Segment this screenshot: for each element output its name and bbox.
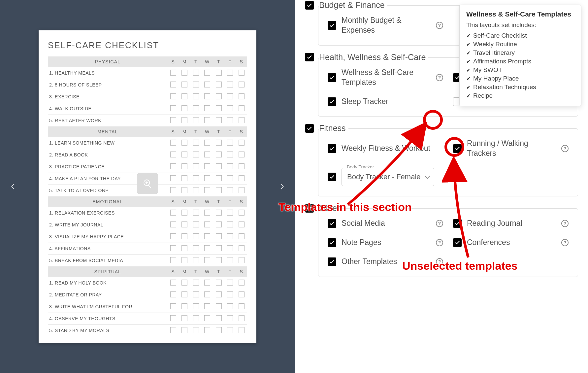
day-checkbox[interactable] bbox=[227, 187, 233, 193]
day-checkbox[interactable] bbox=[170, 210, 176, 216]
day-checkbox[interactable] bbox=[193, 233, 199, 239]
day-checkbox[interactable] bbox=[227, 140, 233, 146]
day-checkbox[interactable] bbox=[193, 82, 199, 87]
day-checkbox[interactable] bbox=[204, 152, 210, 157]
day-checkbox[interactable] bbox=[239, 187, 245, 193]
day-checkbox[interactable] bbox=[239, 280, 245, 286]
day-checkbox[interactable] bbox=[181, 303, 187, 309]
day-checkbox[interactable] bbox=[170, 280, 176, 286]
day-checkbox[interactable] bbox=[181, 245, 187, 251]
day-checkbox[interactable] bbox=[216, 175, 222, 181]
day-checkbox[interactable] bbox=[216, 315, 222, 321]
day-checkbox[interactable] bbox=[239, 105, 245, 111]
day-checkbox[interactable] bbox=[227, 163, 233, 169]
day-checkbox[interactable] bbox=[170, 93, 176, 99]
day-checkbox[interactable] bbox=[204, 187, 210, 193]
day-checkbox[interactable] bbox=[227, 93, 233, 99]
day-checkbox[interactable] bbox=[181, 152, 187, 157]
day-checkbox[interactable] bbox=[227, 117, 233, 123]
day-checkbox[interactable] bbox=[216, 187, 222, 193]
day-checkbox[interactable] bbox=[204, 163, 210, 169]
day-checkbox[interactable] bbox=[216, 70, 222, 76]
day-checkbox[interactable] bbox=[170, 257, 176, 263]
day-checkbox[interactable] bbox=[204, 303, 210, 309]
help-icon[interactable] bbox=[436, 220, 443, 227]
day-checkbox[interactable] bbox=[204, 291, 210, 297]
day-checkbox[interactable] bbox=[227, 315, 233, 321]
day-checkbox[interactable] bbox=[216, 105, 222, 111]
day-checkbox[interactable] bbox=[227, 175, 233, 181]
day-checkbox[interactable] bbox=[204, 327, 210, 333]
day-checkbox[interactable] bbox=[204, 233, 210, 239]
day-checkbox[interactable] bbox=[193, 303, 199, 309]
day-checkbox[interactable] bbox=[193, 221, 199, 227]
day-checkbox[interactable] bbox=[227, 291, 233, 297]
day-checkbox[interactable] bbox=[227, 257, 233, 263]
day-checkbox[interactable] bbox=[239, 175, 245, 181]
help-icon[interactable] bbox=[436, 22, 443, 29]
option-checkbox[interactable] bbox=[328, 238, 336, 247]
day-checkbox[interactable] bbox=[227, 152, 233, 157]
day-checkbox[interactable] bbox=[170, 140, 176, 146]
day-checkbox[interactable] bbox=[204, 105, 210, 111]
day-checkbox[interactable] bbox=[216, 82, 222, 87]
day-checkbox[interactable] bbox=[181, 315, 187, 321]
day-checkbox[interactable] bbox=[170, 152, 176, 157]
day-checkbox[interactable] bbox=[181, 105, 187, 111]
day-checkbox[interactable] bbox=[216, 233, 222, 239]
option-checkbox[interactable] bbox=[328, 257, 336, 266]
day-checkbox[interactable] bbox=[204, 140, 210, 146]
day-checkbox[interactable] bbox=[170, 105, 176, 111]
day-checkbox[interactable] bbox=[193, 291, 199, 297]
day-checkbox[interactable] bbox=[193, 117, 199, 123]
day-checkbox[interactable] bbox=[239, 152, 245, 157]
day-checkbox[interactable] bbox=[239, 117, 245, 123]
day-checkbox[interactable] bbox=[239, 93, 245, 99]
day-checkbox[interactable] bbox=[227, 245, 233, 251]
day-checkbox[interactable] bbox=[216, 210, 222, 216]
day-checkbox[interactable] bbox=[204, 117, 210, 123]
day-checkbox[interactable] bbox=[181, 93, 187, 99]
day-checkbox[interactable] bbox=[239, 210, 245, 216]
day-checkbox[interactable] bbox=[227, 210, 233, 216]
day-checkbox[interactable] bbox=[239, 163, 245, 169]
option-checkbox[interactable] bbox=[453, 219, 462, 228]
day-checkbox[interactable] bbox=[216, 327, 222, 333]
day-checkbox[interactable] bbox=[181, 70, 187, 76]
help-icon[interactable] bbox=[561, 239, 569, 246]
day-checkbox[interactable] bbox=[239, 82, 245, 87]
day-checkbox[interactable] bbox=[181, 117, 187, 123]
day-checkbox[interactable] bbox=[181, 327, 187, 333]
help-icon[interactable] bbox=[561, 145, 569, 152]
day-checkbox[interactable] bbox=[181, 221, 187, 227]
day-checkbox[interactable] bbox=[204, 221, 210, 227]
help-icon[interactable] bbox=[436, 239, 443, 246]
day-checkbox[interactable] bbox=[204, 175, 210, 181]
day-checkbox[interactable] bbox=[239, 291, 245, 297]
day-checkbox[interactable] bbox=[239, 233, 245, 239]
day-checkbox[interactable] bbox=[204, 257, 210, 263]
day-checkbox[interactable] bbox=[239, 245, 245, 251]
day-checkbox[interactable] bbox=[193, 187, 199, 193]
day-checkbox[interactable] bbox=[193, 327, 199, 333]
day-checkbox[interactable] bbox=[204, 82, 210, 87]
day-checkbox[interactable] bbox=[170, 233, 176, 239]
day-checkbox[interactable] bbox=[170, 70, 176, 76]
option-checkbox[interactable] bbox=[328, 73, 336, 82]
day-checkbox[interactable] bbox=[216, 257, 222, 263]
day-checkbox[interactable] bbox=[193, 70, 199, 76]
day-checkbox[interactable] bbox=[216, 280, 222, 286]
group-checkbox[interactable] bbox=[305, 53, 314, 61]
day-checkbox[interactable] bbox=[239, 140, 245, 146]
day-checkbox[interactable] bbox=[170, 117, 176, 123]
day-checkbox[interactable] bbox=[193, 140, 199, 146]
group-checkbox[interactable] bbox=[305, 124, 314, 133]
day-checkbox[interactable] bbox=[181, 291, 187, 297]
day-checkbox[interactable] bbox=[170, 245, 176, 251]
day-checkbox[interactable] bbox=[204, 93, 210, 99]
group-checkbox[interactable] bbox=[305, 1, 314, 10]
help-icon[interactable] bbox=[436, 74, 443, 81]
day-checkbox[interactable] bbox=[170, 175, 176, 181]
day-checkbox[interactable] bbox=[239, 221, 245, 227]
day-checkbox[interactable] bbox=[193, 105, 199, 111]
